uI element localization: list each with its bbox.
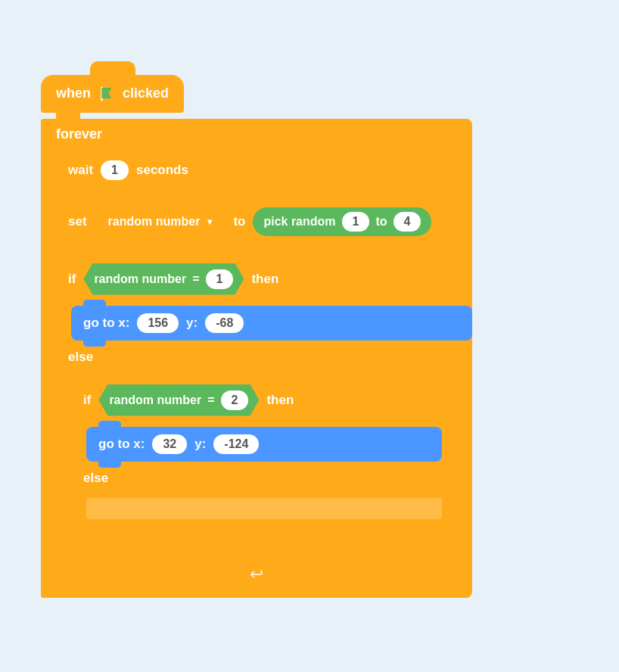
- goto1-y[interactable]: -68: [205, 313, 244, 333]
- goto-block-1[interactable]: go to x: 156 y: -68: [71, 306, 472, 341]
- dropdown-arrow: ▾: [207, 216, 212, 227]
- green-flag-icon: [98, 86, 115, 102]
- when-clicked-block[interactable]: when clicked: [41, 75, 184, 113]
- scratch-workspace: when clicked forever wait 1 seconds: [26, 60, 593, 613]
- if1-var: random number: [94, 272, 186, 286]
- if1-header: if random number = 1 then: [56, 256, 472, 303]
- forever-header: forever: [41, 119, 472, 150]
- set-to-label: to: [233, 214, 245, 229]
- pick-random-label: pick random: [263, 215, 335, 229]
- goto2-x[interactable]: 32: [152, 434, 187, 454]
- goto2-y-label: y:: [194, 437, 206, 452]
- goto1-label: go to x:: [83, 316, 129, 331]
- if1-footer: [56, 543, 472, 558]
- if1-label: if: [68, 272, 76, 287]
- else2-inner: [86, 492, 442, 525]
- if1-val[interactable]: 1: [206, 269, 234, 289]
- forever-label: forever: [56, 126, 102, 142]
- else1-inner: if random number = 2 then: [71, 371, 472, 543]
- variable-pill[interactable]: random number ▾: [95, 210, 226, 233]
- seconds-label: seconds: [136, 163, 188, 178]
- else1-label: else: [56, 344, 472, 371]
- wait-block[interactable]: wait 1 seconds: [56, 153, 472, 188]
- if2-op: =: [207, 394, 214, 407]
- when-label: when: [56, 86, 91, 101]
- else2-label: else: [71, 465, 442, 492]
- forever-footer: ↩: [41, 558, 472, 590]
- if-block-1[interactable]: if random number = 1 then go to x:: [56, 256, 472, 558]
- wait-label: wait: [68, 163, 93, 178]
- if2-label: if: [83, 393, 91, 408]
- clicked-label: clicked: [123, 86, 169, 101]
- if2-var: random number: [109, 394, 201, 407]
- wait-value[interactable]: 1: [101, 160, 129, 180]
- goto2-label: go to x:: [98, 437, 145, 452]
- if2-val[interactable]: 2: [221, 390, 249, 410]
- if2-footer: [71, 525, 442, 540]
- pick-random-to-label: to: [375, 215, 387, 229]
- if-block-2[interactable]: if random number = 2 then: [71, 377, 442, 540]
- then2-label: then: [266, 393, 294, 408]
- goto1-x[interactable]: 156: [137, 313, 179, 333]
- if2-header: if random number = 2 then: [71, 377, 442, 424]
- if2-condition[interactable]: random number = 2: [98, 384, 259, 416]
- pick-random-to[interactable]: 4: [393, 212, 421, 232]
- if1-op: =: [192, 272, 199, 286]
- then1-label: then: [251, 272, 278, 287]
- if1-condition[interactable]: random number = 1: [83, 263, 244, 295]
- goto-block-2[interactable]: go to x: 32 y: -124: [86, 427, 442, 462]
- if1-inner: go to x: 156 y: -68: [71, 303, 472, 344]
- forever-inner: wait 1 seconds set random number ▾ to pi…: [56, 150, 472, 558]
- pick-random-from[interactable]: 1: [342, 212, 370, 232]
- set-block[interactable]: set random number ▾ to pick random 1 to …: [56, 200, 472, 244]
- if2-inner: go to x: 32 y: -124: [86, 424, 442, 465]
- empty-slot-2: [86, 498, 442, 519]
- set-label: set: [68, 214, 87, 229]
- loop-arrow-icon: ↩: [250, 565, 263, 584]
- goto1-y-label: y:: [186, 316, 198, 331]
- goto2-y[interactable]: -124: [213, 434, 259, 454]
- variable-name: random number: [108, 215, 201, 229]
- pick-random-block[interactable]: pick random 1 to 4: [253, 207, 431, 236]
- block-stack: when clicked forever wait 1 seconds: [41, 75, 578, 598]
- forever-block[interactable]: forever wait 1 seconds set random number…: [41, 119, 472, 598]
